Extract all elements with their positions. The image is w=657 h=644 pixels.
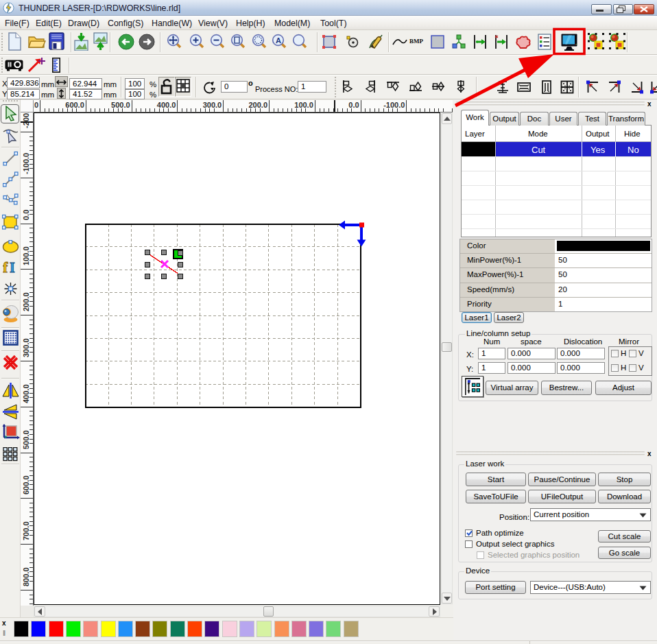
svg-text:f: f — [3, 259, 8, 275]
svg-text:I: I — [10, 260, 15, 275]
